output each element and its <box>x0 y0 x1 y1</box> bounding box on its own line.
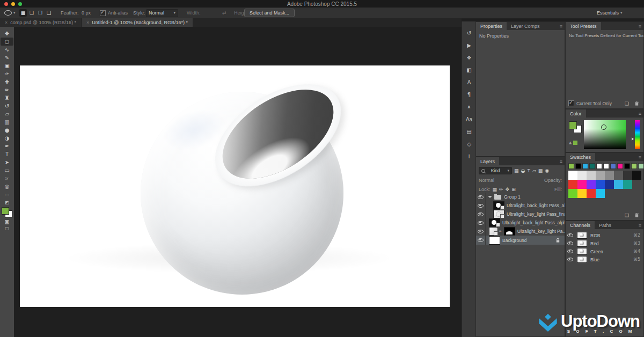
tab-layers[interactable]: Layers <box>476 157 499 165</box>
clone-stamp-tool[interactable]: ♜ <box>1 94 13 102</box>
filter-adjustment-icon[interactable]: ◒ <box>521 168 525 173</box>
new-preset-button[interactable]: ❏ <box>625 101 629 106</box>
layer-row[interactable]: Ultralight_key_light Pass_fina... <box>476 210 565 218</box>
screen-mode-button[interactable]: ▢ <box>3 226 11 231</box>
gamut-color-swatch[interactable] <box>573 141 577 145</box>
visibility-toggle[interactable] <box>566 247 575 255</box>
close-icon[interactable]: × <box>86 20 89 25</box>
layer-filter-kind[interactable]: Kind <box>491 168 500 173</box>
swatch[interactable] <box>631 163 637 169</box>
layer-thumbnail[interactable] <box>489 236 500 245</box>
eyedropper-tool[interactable]: ✑ <box>1 70 13 78</box>
close-icon[interactable]: × <box>5 20 8 25</box>
swatch[interactable] <box>582 163 588 169</box>
pen-tool[interactable]: ✒ <box>1 142 13 150</box>
tab-layer-comps[interactable]: Layer Comps <box>507 22 544 30</box>
new-swatch-button[interactable]: ❏ <box>625 213 629 218</box>
visibility-toggle[interactable] <box>476 227 486 236</box>
foreground-color-chip[interactable] <box>569 121 577 129</box>
layer-row[interactable]: Ultralight_back_light Pass_alpha... <box>476 218 565 227</box>
tab-channels[interactable]: Channels <box>566 221 595 229</box>
swatch[interactable] <box>632 171 641 180</box>
swatch[interactable] <box>605 180 614 189</box>
swatch[interactable] <box>623 171 632 180</box>
expand-group-icon[interactable] <box>488 196 492 198</box>
swatch[interactable] <box>605 171 614 180</box>
swatch[interactable] <box>568 180 577 189</box>
spot-healing-brush-tool[interactable]: ✚ <box>1 78 13 86</box>
character-panel-icon[interactable]: A <box>462 76 476 89</box>
swatch[interactable] <box>577 171 587 180</box>
filter-shape-icon[interactable]: ▱ <box>532 168 536 173</box>
eraser-tool[interactable]: ▱ <box>1 110 13 118</box>
channel-row-red[interactable]: Red ⌘3 <box>566 239 643 247</box>
style-dropdown[interactable]: Normal▾ <box>146 8 178 18</box>
visibility-toggle[interactable] <box>476 193 486 201</box>
swatch[interactable] <box>603 163 609 169</box>
layer-row[interactable]: ∞ Ultralight_key_light Pa... <box>476 227 565 236</box>
layer-thumbnail[interactable] <box>489 218 500 227</box>
character-styles-panel-icon[interactable]: Aa <box>462 113 476 126</box>
saturation-brightness-field[interactable] <box>584 120 626 149</box>
actions-panel-icon[interactable]: ▶ <box>462 39 476 52</box>
info-panel-icon[interactable]: i <box>462 150 476 163</box>
panel-menu-icon[interactable]: ≡ <box>560 24 562 29</box>
link-dimensions-icon[interactable]: ⇄ <box>222 8 226 18</box>
add-selection-button[interactable]: ❏ <box>28 9 35 17</box>
tab-tool-presets[interactable]: Tool Presets <box>566 22 601 30</box>
layer-row[interactable]: Ultralight_back_light Pass_al... <box>476 201 565 210</box>
antialias-checkbox[interactable] <box>100 10 106 16</box>
filter-type-icon[interactable]: T <box>527 168 530 173</box>
swatch[interactable] <box>568 163 574 169</box>
channel-row-blue[interactable]: Blue ⌘5 <box>566 255 643 263</box>
swatch[interactable] <box>587 189 596 198</box>
channel-row-green[interactable]: Green ⌘4 <box>566 247 643 255</box>
tab-color[interactable]: Color <box>566 109 586 118</box>
delete-icon[interactable] <box>634 213 639 218</box>
panel-menu-icon[interactable]: ≡ <box>639 223 641 228</box>
rectangle-tool[interactable]: ▭ <box>1 166 13 174</box>
panel-menu-icon[interactable]: ≡ <box>560 159 562 164</box>
swatch[interactable] <box>596 171 605 180</box>
swatch[interactable] <box>623 180 632 189</box>
swatch[interactable] <box>568 171 577 180</box>
swatch[interactable] <box>568 189 577 198</box>
default-colors-icon[interactable]: ◩ <box>3 200 11 205</box>
lasso-tool[interactable]: ∿ <box>1 46 13 54</box>
filter-smart-object-icon[interactable]: ▩ <box>538 168 543 173</box>
dodge-tool[interactable]: ◑ <box>1 134 13 142</box>
swatch[interactable] <box>589 163 595 169</box>
swatch[interactable] <box>575 163 581 169</box>
foreground-color-chip[interactable] <box>2 207 9 215</box>
workspace-dropdown[interactable]: Essentials ▾ <box>597 8 623 18</box>
tab-properties[interactable]: Properties <box>476 22 507 30</box>
tab-swatches[interactable]: Swatches <box>566 153 595 161</box>
history-brush-tool[interactable]: ↺ <box>1 102 13 110</box>
tab-comp-psd[interactable]: × comp.psd @ 100% (RGB/16) * <box>0 18 82 27</box>
elliptical-marquee-tool[interactable]: ○ <box>1 38 13 46</box>
feather-input[interactable]: 0 px <box>82 8 91 18</box>
swatch[interactable] <box>577 189 587 198</box>
swatch[interactable] <box>587 180 596 189</box>
blur-tool[interactable]: ● <box>1 126 13 134</box>
filter-toggle-icon[interactable]: ◉ <box>545 168 549 173</box>
current-tool-only-checkbox[interactable] <box>568 100 574 106</box>
intersect-selection-button[interactable]: ❑ <box>45 9 53 17</box>
visibility-toggle[interactable] <box>566 239 575 247</box>
swatch[interactable] <box>596 189 605 198</box>
paragraph-panel-icon[interactable]: ¶ <box>462 89 476 101</box>
edit-toolbar-button[interactable]: ⋯ <box>1 191 13 199</box>
glyphs-panel-icon[interactable]: ✴ <box>462 101 476 113</box>
quick-selection-tool[interactable]: ✎ <box>1 54 13 62</box>
styles-panel-icon[interactable]: ❖ <box>462 52 476 64</box>
visibility-toggle[interactable] <box>476 201 486 210</box>
visibility-toggle[interactable] <box>476 236 486 245</box>
tab-untitled-1[interactable]: × Untitled-1 @ 100% (Background, RGB/16*… <box>82 18 193 27</box>
history-panel-icon[interactable]: ↺ <box>462 27 476 39</box>
gradient-tool[interactable]: ▥ <box>1 118 13 126</box>
swatch[interactable] <box>614 171 623 180</box>
hue-slider-marker[interactable] <box>632 137 634 141</box>
layer-row-background[interactable]: Background <box>476 236 565 245</box>
lock-transparency-icon[interactable]: ▦ <box>493 187 497 192</box>
color-cursor[interactable] <box>601 124 606 130</box>
